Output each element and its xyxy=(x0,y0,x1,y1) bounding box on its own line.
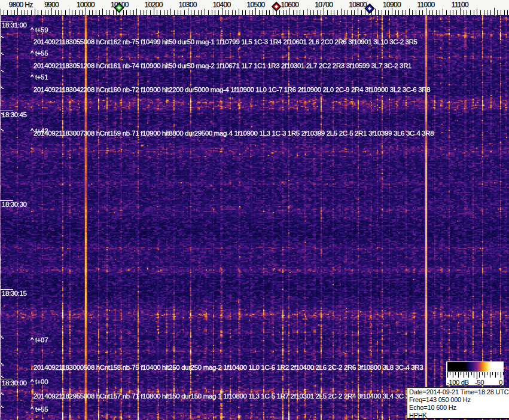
svg-text:10700: 10700 xyxy=(315,1,333,9)
svg-text:0: 0 xyxy=(499,379,502,385)
svg-text:10900: 10900 xyxy=(383,1,401,9)
svg-text:10400: 10400 xyxy=(213,1,231,9)
svg-text:10000: 10000 xyxy=(77,1,95,9)
svg-text:10500: 10500 xyxy=(247,1,266,9)
svg-text:10800: 10800 xyxy=(349,1,367,9)
svg-text:-100 dB: -100 dB xyxy=(447,379,470,385)
svg-text:9800 Hz: 9800 Hz xyxy=(9,1,33,9)
svg-text:10300: 10300 xyxy=(179,1,197,9)
svg-text:10600: 10600 xyxy=(281,1,299,9)
svg-text:9900: 9900 xyxy=(44,1,59,9)
svg-text:-50: -50 xyxy=(475,379,484,385)
svg-text:10200: 10200 xyxy=(145,1,163,9)
svg-text:11000: 11000 xyxy=(417,1,435,9)
svg-text:11100: 11100 xyxy=(452,1,469,9)
